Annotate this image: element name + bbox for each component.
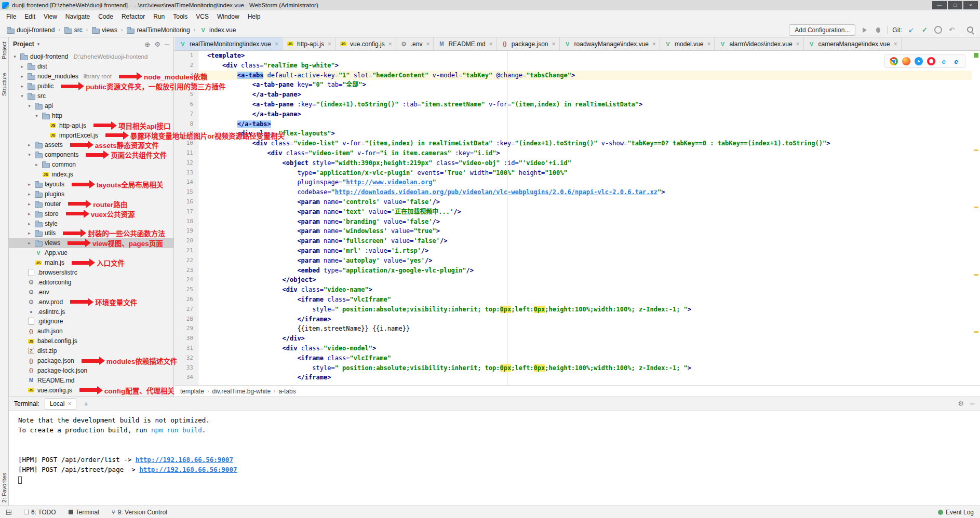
code-line[interactable]: 12 <object style="width:390px;height:219… [174, 158, 980, 168]
close-icon[interactable]: × [707, 40, 710, 48]
chevron-right-icon[interactable]: ▸ [26, 142, 32, 147]
safari-icon[interactable] [915, 57, 923, 65]
search-icon[interactable] [966, 25, 975, 34]
chevron-right-icon[interactable]: ▸ [26, 240, 32, 246]
chevron-down-icon[interactable]: ▾ [26, 103, 32, 108]
chevron-right-icon[interactable]: ▸ [19, 74, 25, 79]
statusbar-item-9-version-control[interactable]: ⑂9: Version Control [112, 509, 167, 516]
ie-icon[interactable]: e [939, 57, 948, 65]
editor-tab[interactable]: README.md× [434, 37, 496, 50]
close-icon[interactable]: × [652, 40, 656, 48]
code-line[interactable]: 4 <a-tab-pane key="0" tab="全部"> [174, 80, 980, 90]
tree-item[interactable]: ▸layoutslayouts全局布局相关 [9, 180, 173, 189]
git-commit-icon[interactable] [920, 25, 929, 34]
code-line[interactable]: 10 <div class="video-list" v-for="(item,… [174, 139, 980, 148]
chevron-right-icon[interactable]: ▸ [19, 64, 25, 69]
terminal-output[interactable]: Note that the development build is not o… [9, 411, 980, 506]
code-line[interactable]: 8 </a-tabs> [174, 119, 980, 129]
close-button[interactable]: × [963, 1, 978, 9]
menu-view[interactable]: View [39, 11, 61, 22]
code-line[interactable]: 18 <param name='branding' value='false'/… [174, 217, 980, 227]
breadcrumb-item[interactable]: duoji-frontend [5, 25, 56, 35]
code-line[interactable]: 24 </object> [174, 275, 980, 285]
firefox-icon[interactable] [902, 57, 910, 65]
code-line[interactable]: 3 <a-tabs default-active-key="1" slot="h… [174, 71, 980, 80]
menu-window[interactable]: Window [213, 11, 244, 22]
menu-navigate[interactable]: Navigate [61, 11, 94, 22]
tool-window-button-structure[interactable]: Structure [1, 73, 7, 96]
editor-breadcrumb-item[interactable]: template [180, 388, 204, 395]
chevron-down-icon[interactable]: ▾ [34, 113, 39, 118]
tree-item[interactable]: .gitignore [9, 317, 173, 326]
tree-item[interactable]: vue.config.jsconfig配置、代理相关 [9, 385, 173, 395]
chevron-down-icon[interactable]: ▾ [12, 54, 18, 59]
menu-refactor[interactable]: Refactor [117, 11, 149, 22]
hide-panel-icon[interactable]: ─ [165, 40, 169, 48]
chevron-down-icon[interactable]: ▾ [19, 93, 25, 99]
error-stripe[interactable] [972, 51, 980, 385]
editor-tab[interactable]: alarmVideos\index.vue× [715, 37, 803, 50]
statusbar-item-6-todo[interactable]: 6: TODO [24, 509, 56, 516]
tree-item[interactable]: index.js [9, 170, 173, 180]
breadcrumb-item[interactable]: index.vue [198, 25, 237, 35]
tree-item[interactable]: importExcel.js暴露环境变量地址给图片or视频资源路径变量相关 [9, 130, 173, 140]
breadcrumb-item[interactable]: src [63, 25, 84, 35]
code-line[interactable]: 19 <param name='windowless' value="true"… [174, 226, 980, 236]
tree-item[interactable]: ▸plugins [9, 189, 173, 199]
close-icon[interactable]: × [796, 40, 800, 48]
editor-tab[interactable]: vue.config.js× [335, 37, 396, 50]
code-line[interactable]: 33 style=" position:absolute;visibility:… [174, 363, 980, 373]
maximize-button[interactable]: □ [948, 1, 962, 9]
code-line[interactable]: 25 <div class="video-name"> [174, 285, 980, 295]
project-panel-title[interactable]: Project [13, 40, 34, 48]
tree-item[interactable]: .eslintrc.js [9, 307, 173, 317]
breadcrumb-item[interactable]: realTimeMonitoring [125, 25, 191, 35]
tree-item[interactable]: package.jsonmodules依赖描述文件 [9, 356, 173, 366]
tree-item[interactable]: ▾http [9, 111, 173, 120]
editor-tab[interactable]: roadwayManage\index.vue× [560, 37, 660, 50]
code-line[interactable]: 29 {{item.streetName}} {{i.name}} [174, 324, 980, 334]
rollback-icon[interactable] [947, 25, 956, 34]
code-line[interactable]: 22 <param name='autoplay' value='yes'/> [174, 256, 980, 266]
statusbar-item-terminal[interactable]: Terminal [69, 509, 99, 516]
chevron-down-icon[interactable]: ▾ [37, 42, 40, 47]
menu-edit[interactable]: Edit [20, 11, 39, 22]
chevron-right-icon[interactable]: ▸ [26, 221, 32, 226]
terminal-link[interactable]: http://192.168.66.56:9007 [139, 466, 237, 473]
close-icon[interactable]: × [275, 40, 278, 48]
menu-run[interactable]: Run [149, 11, 169, 22]
close-icon[interactable]: × [328, 40, 331, 48]
code-line[interactable]: 7 </a-tab-pane> [174, 110, 980, 119]
editor-tab[interactable]: model.vue× [660, 37, 715, 50]
code-line[interactable]: 23 <embed type="application/x-google-vlc… [174, 266, 980, 276]
tree-item[interactable]: ▸style [9, 219, 173, 228]
chevron-right-icon[interactable]: ▸ [34, 162, 39, 167]
chevron-down-icon[interactable]: ▾ [26, 152, 32, 157]
tree-item[interactable]: ▸common [9, 160, 173, 170]
editor-tab[interactable]: .env× [396, 37, 434, 50]
terminal-link[interactable]: http://192.168.66.56:9007 [136, 456, 233, 464]
editor-tab[interactable]: realTimeMonitoring\index.vue× [175, 37, 283, 50]
code-line[interactable]: 27 style=" position:absolute;visibility:… [174, 305, 980, 315]
tree-item[interactable]: ▾components页面公共组件文件 [9, 150, 173, 160]
tree-item[interactable]: README.md [9, 375, 173, 385]
code-line[interactable]: 31 <div class="video-model"> [174, 344, 980, 353]
tree-item[interactable]: http-api.js项目相关api接口 [9, 120, 173, 130]
chevron-right-icon[interactable]: ▸ [26, 201, 32, 207]
gear-icon[interactable]: ⚙ [154, 40, 160, 48]
tree-item[interactable]: ▸dist [9, 62, 173, 72]
tool-window-button-project[interactable]: Project [1, 42, 7, 59]
code-line[interactable]: 26 <iframe class="vlcIframe" [174, 295, 980, 305]
tree-item[interactable]: .browserslistrc [9, 268, 173, 278]
editor-tab[interactable]: http-api.js× [283, 37, 335, 50]
new-terminal-tab-button[interactable]: + [82, 400, 90, 408]
stripe-mark[interactable] [974, 274, 978, 276]
chevron-right-icon[interactable]: ▸ [26, 182, 32, 187]
tree-item[interactable]: ▸storevuex公共资源 [9, 209, 173, 219]
history-icon[interactable] [934, 25, 943, 34]
hide-panel-icon[interactable]: ─ [970, 400, 975, 407]
gear-icon[interactable]: ⚙ [958, 400, 964, 407]
close-icon[interactable]: × [426, 40, 429, 48]
code-line[interactable]: 1<template> [174, 51, 980, 61]
tree-item[interactable]: babel.config.js [9, 336, 173, 346]
